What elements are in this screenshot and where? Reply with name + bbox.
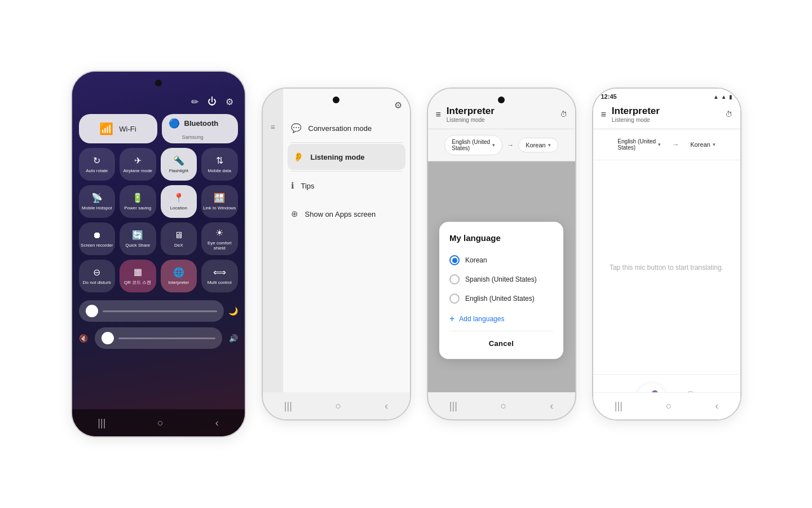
hamburger-icon-3[interactable]: ≡ <box>436 110 441 120</box>
eye-comfort-label: Eye comfort shield <box>201 240 238 251</box>
radio-korean[interactable]: Korean <box>449 251 553 270</box>
nav-recent-icon-2[interactable]: ‹ <box>385 400 388 412</box>
cancel-btn[interactable]: Cancel <box>449 336 553 348</box>
menu-sidebar: ≡ <box>263 89 283 419</box>
interpreter-icon: 🌐 <box>173 267 184 278</box>
wifi-tile[interactable]: 📶 Wi-Fi <box>79 114 157 143</box>
dex-tile[interactable]: 🖥 DeX <box>161 222 197 255</box>
moon-icon: 🌙 <box>228 306 238 316</box>
location-tile[interactable]: 📍 Location <box>161 185 197 218</box>
interp-body-4: Tap this mic button to start translating… <box>593 160 740 374</box>
dialog-title: My language <box>449 233 553 243</box>
cp-top-icons: ✏ ⏻ ⚙ <box>79 97 238 107</box>
qr-label: QR 코드 스캔 <box>124 279 151 286</box>
nav-bar-3: ||| ○ ‹ <box>428 392 575 419</box>
nav-recent-icon-3[interactable]: ‹ <box>550 400 553 412</box>
interpreter-translate-screen: 12:45 ▲ ▲ ▮ ≡ Interpreter Listening mode… <box>593 89 740 419</box>
dnd-tile[interactable]: ⊖ Do not disturb <box>79 260 116 292</box>
cp-row-2: ↻ Auto rotate ✈ Airplane mode 🔦 Flashlig… <box>79 148 238 181</box>
quick-share-label: Quick Share <box>125 243 150 248</box>
power-icon[interactable]: ⏻ <box>208 97 217 107</box>
interp-header-3: ≡ Interpreter Listening mode ⏱ <box>428 89 575 129</box>
nav-back-icon-4[interactable]: ||| <box>615 400 623 412</box>
nav-recent-icon[interactable]: ‹ <box>215 417 219 429</box>
cp-row-3: 📡 Mobile Hotspot 🔋 Power saving 📍 Locati… <box>79 185 238 218</box>
my-language-dialog: My language Korean Spanish (United State… <box>439 222 563 359</box>
link-windows-icon: 🪟 <box>214 192 225 203</box>
add-languages-btn[interactable]: + Add languages <box>449 308 553 326</box>
radio-circle-english <box>449 294 460 304</box>
interp-subtitle-3: Listening mode <box>447 117 554 123</box>
wifi-status-icon: ▲ <box>721 94 727 100</box>
menu-item-conversation[interactable]: 💬 Conversation mode <box>283 114 410 142</box>
lang-to-btn-3[interactable]: Korean ▾ <box>518 138 558 152</box>
lang-to-text-4: Korean <box>690 141 710 148</box>
bt-label: Bluetooth <box>184 119 219 128</box>
settings-icon[interactable]: ⚙ <box>226 97 233 107</box>
dialog-overlay: My language Korean Spanish (United State… <box>428 161 575 419</box>
bluetooth-tile[interactable]: 🔵 Bluetooth Samsung <box>162 114 238 143</box>
volume-dot <box>102 332 114 344</box>
nav-home-icon-4[interactable]: ○ <box>666 400 672 412</box>
brightness-slider[interactable] <box>79 300 224 322</box>
wifi-label: Wi-Fi <box>119 125 136 133</box>
menu-item-apps-screen[interactable]: ⊕ Show on Apps screen <box>283 200 410 228</box>
power-saving-tile[interactable]: 🔋 Power saving <box>120 185 156 218</box>
interpreter-dialog-screen: ≡ Interpreter Listening mode ⏱ English (… <box>428 89 575 419</box>
interp-title-block-3: Interpreter Listening mode <box>447 106 554 123</box>
link-windows-tile[interactable]: 🪟 Link to Windows <box>201 185 238 218</box>
qr-scan-tile[interactable]: ▦ QR 코드 스캔 <box>120 260 156 292</box>
auto-rotate-tile[interactable]: ↻ Auto rotate <box>79 148 116 181</box>
quick-share-tile[interactable]: 🔄 Quick Share <box>120 222 156 255</box>
dialog-divider <box>449 331 553 331</box>
edit-icon[interactable]: ✏ <box>191 97 198 107</box>
interpreter-tile[interactable]: 🌐 Interpreter <box>161 260 197 292</box>
multi-control-tile[interactable]: ⟺ Multi control <box>201 260 238 292</box>
airplane-label: Airplane mode <box>123 168 152 173</box>
location-label: Location <box>170 205 187 211</box>
interp-title-4: Interpreter <box>612 106 720 117</box>
lang-from-text-4: English (UnitedStates) <box>617 138 656 151</box>
brightness-row: 🌙 <box>79 300 238 322</box>
volume-slider[interactable] <box>95 327 222 349</box>
menu-settings-icon[interactable]: ⚙ <box>394 100 402 111</box>
brightness-line <box>103 310 217 312</box>
interpreter-menu-screen: ≡ ⚙ 💬 Conversation mode 👂 Listening mode… <box>263 89 410 419</box>
airplane-tile[interactable]: ✈ Airplane mode <box>120 148 156 181</box>
menu-item-tips[interactable]: ℹ Tips <box>283 172 410 200</box>
airplane-icon: ✈ <box>134 155 142 166</box>
add-icon: + <box>449 314 454 324</box>
interp-title-block-4: Interpreter Listening mode <box>612 106 720 123</box>
radio-spanish[interactable]: Spanish (United States) <box>449 270 553 289</box>
nav-back-icon[interactable]: ||| <box>98 417 105 429</box>
screen-recorder-tile[interactable]: ⏺ Screen recorder <box>79 222 116 255</box>
nav-back-icon-2[interactable]: ||| <box>284 400 292 412</box>
sidebar-hamburger-icon[interactable]: ≡ <box>270 122 275 132</box>
mobile-data-tile[interactable]: ⇅ Mobile data <box>201 148 238 181</box>
radio-english[interactable]: English (United States) <box>449 289 553 308</box>
nav-home-icon[interactable]: ○ <box>157 417 164 429</box>
lang-from-btn-3[interactable]: English (UnitedStates) ▾ <box>444 135 502 155</box>
clock-icon-4: ⏱ <box>725 110 732 119</box>
nav-home-icon-3[interactable]: ○ <box>501 400 507 412</box>
hotspot-tile[interactable]: 📡 Mobile Hotspot <box>79 185 116 218</box>
lang-arrow-4: → <box>672 141 679 148</box>
nav-bar-4: ||| ○ ‹ <box>593 392 740 419</box>
auto-rotate-icon: ↻ <box>93 155 100 166</box>
tips-icon: ℹ <box>291 181 294 191</box>
battery-icon: ▮ <box>729 94 732 100</box>
nav-recent-icon-4[interactable]: ‹ <box>715 400 718 412</box>
nav-home-icon-2[interactable]: ○ <box>336 400 342 412</box>
hamburger-icon-4[interactable]: ≡ <box>601 110 606 120</box>
apps-screen-label: Show on Apps screen <box>305 210 376 218</box>
location-icon: 📍 <box>173 192 184 203</box>
hotspot-icon: 📡 <box>91 192 103 203</box>
lang-from-btn-4[interactable]: English (UnitedStates) ▾ <box>611 135 668 154</box>
quick-share-icon: 🔄 <box>132 230 143 240</box>
menu-item-listening[interactable]: 👂 Listening mode <box>288 144 405 170</box>
eye-comfort-tile[interactable]: ☀ Eye comfort shield <box>201 222 238 255</box>
dex-icon: 🖥 <box>174 230 183 240</box>
nav-back-icon-3[interactable]: ||| <box>449 400 457 412</box>
flashlight-tile[interactable]: 🔦 Flashlight <box>161 148 197 181</box>
lang-to-btn-4[interactable]: Korean ▾ <box>683 138 722 151</box>
